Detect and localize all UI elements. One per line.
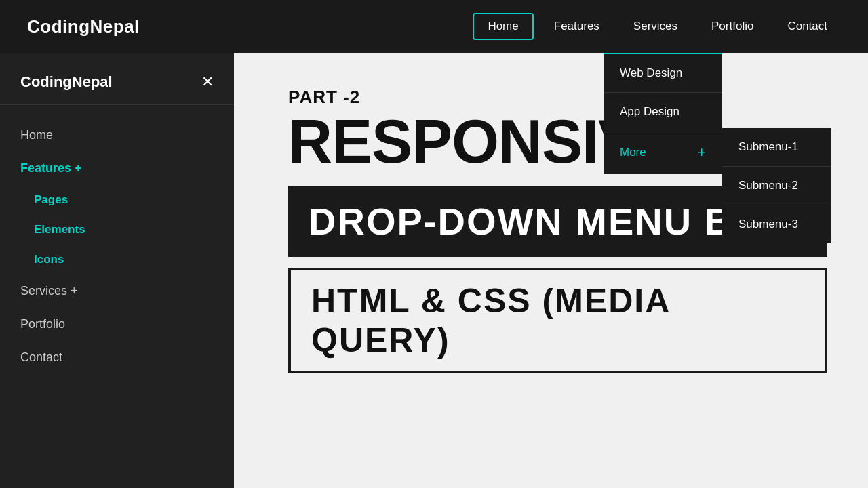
top-navbar: CodingNepal Home Features Services Portf… — [0, 0, 868, 53]
sidebar: CodingNepal ✕ Home Features + Pages Elem… — [0, 53, 234, 488]
sidebar-subitem-pages[interactable]: Pages — [0, 185, 234, 215]
services-dropdown: Web Design App Design More + Submenu-1 S… — [604, 53, 722, 174]
navbar-brand: CodingNepal — [27, 16, 140, 37]
sidebar-item-contact[interactable]: Contact — [0, 341, 234, 374]
sidebar-item-portfolio[interactable]: Portfolio — [0, 308, 234, 341]
nav-link-home[interactable]: Home — [473, 13, 533, 40]
sidebar-item-features[interactable]: Features + Pages Elements Icons — [0, 152, 234, 274]
nav-links: Home Features Services Portfolio Contact — [473, 13, 841, 40]
sidebar-header: CodingNepal ✕ — [0, 66, 234, 105]
dropdown-more-label: More — [620, 146, 646, 159]
dropdown-item-more[interactable]: More + — [604, 131, 722, 174]
dropdown-item-appdesign[interactable]: App Design — [604, 93, 722, 131]
submenu: Submenu-1 Submenu-2 Submenu-3 — [722, 128, 831, 243]
sidebar-link-contact[interactable]: Contact — [0, 341, 234, 374]
nav-link-contact[interactable]: Contact — [774, 14, 841, 39]
hero-section: PART -2 RESPONSIVE DROP-DOWN MENU BAR HT… — [234, 53, 868, 488]
sidebar-item-services[interactable]: Services + — [0, 274, 234, 308]
submenu-item-2[interactable]: Submenu-2 — [722, 167, 831, 205]
nav-item-services[interactable]: Services — [620, 14, 691, 39]
nav-link-features[interactable]: Features — [540, 14, 613, 39]
sidebar-link-services[interactable]: Services + — [0, 274, 234, 308]
main-content: CodingNepal ✕ Home Features + Pages Elem… — [0, 53, 868, 488]
hero-box1-text: DROP-DOWN MENU BAR — [309, 200, 791, 243]
hero-box2-text: HTML & CSS (MEDIA QUERY) — [311, 282, 669, 359]
submenu-item-3[interactable]: Submenu-3 — [722, 205, 831, 243]
nav-link-services[interactable]: Services — [620, 14, 691, 39]
sidebar-link-features[interactable]: Features + — [0, 152, 234, 185]
part-label: PART -2 — [288, 87, 827, 108]
sidebar-item-home[interactable]: Home — [0, 119, 234, 152]
nav-link-portfolio[interactable]: Portfolio — [698, 14, 767, 39]
nav-item-contact[interactable]: Contact — [774, 14, 841, 39]
nav-item-portfolio[interactable]: Portfolio — [698, 14, 767, 39]
submenu-item-1[interactable]: Submenu-1 — [722, 128, 831, 167]
sidebar-link-portfolio[interactable]: Portfolio — [0, 308, 234, 341]
dropdown-main: Web Design App Design More + — [604, 53, 722, 174]
sidebar-subitem-icons[interactable]: Icons — [0, 245, 234, 274]
sidebar-link-pages[interactable]: Pages — [0, 185, 234, 215]
sidebar-link-elements[interactable]: Elements — [0, 215, 234, 245]
sidebar-submenu-features: Pages Elements Icons — [0, 185, 234, 274]
sidebar-link-icons[interactable]: Icons — [0, 245, 234, 274]
sidebar-link-home[interactable]: Home — [0, 119, 234, 152]
dropdown-item-webdesign[interactable]: Web Design — [604, 54, 722, 93]
sidebar-subitem-elements[interactable]: Elements — [0, 215, 234, 245]
nav-item-home[interactable]: Home — [473, 13, 533, 40]
plus-icon: + — [697, 144, 706, 161]
sidebar-brand: CodingNepal — [20, 73, 113, 91]
sidebar-nav: Home Features + Pages Elements Icons — [0, 112, 234, 381]
hero-box2: HTML & CSS (MEDIA QUERY) — [288, 268, 827, 373]
sidebar-close-button[interactable]: ✕ — [201, 73, 214, 91]
nav-item-features[interactable]: Features — [540, 14, 613, 39]
